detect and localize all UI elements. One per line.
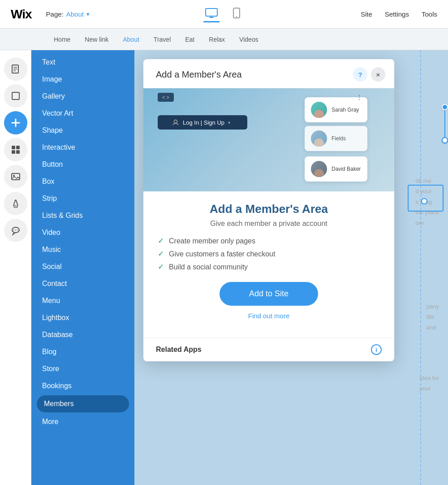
wix-logo: Wix: [11, 7, 32, 22]
modal-body: Add a Member's Area Give each member a p…: [143, 191, 394, 338]
device-switcher: [203, 6, 245, 22]
nav-travel[interactable]: Travel: [154, 36, 171, 43]
svg-point-23: [174, 120, 177, 123]
chevron-down-icon[interactable]: ▾: [86, 11, 90, 17]
modal-help-button[interactable]: ?: [353, 67, 367, 82]
nav-eat[interactable]: Eat: [185, 36, 194, 43]
menu-item-strip[interactable]: Strip: [31, 190, 134, 207]
chat-icon-button[interactable]: [4, 219, 27, 242]
menu-item-social[interactable]: Social: [31, 258, 134, 275]
desktop-device-button[interactable]: [203, 6, 220, 22]
preview-login-bar: Log In | Sign Up ▾: [158, 115, 247, 130]
menu-item-box[interactable]: Box: [31, 173, 134, 190]
nav-relax[interactable]: Relax: [209, 36, 225, 43]
svg-rect-12: [12, 146, 15, 149]
feature-text-3: Build a social community: [169, 263, 248, 271]
preview-arrows: < >: [158, 93, 174, 102]
add-to-site-button[interactable]: Add to Site: [220, 282, 318, 306]
members-area-modal: Add a Member's Area ? × < >: [143, 59, 394, 361]
svg-point-22: [17, 230, 18, 230]
menu-item-members[interactable]: Members: [37, 395, 129, 412]
right-panel-handle: [442, 104, 448, 143]
sidebar-icons: [0, 50, 31, 485]
svg-rect-14: [12, 150, 15, 154]
apps-icon-button[interactable]: [4, 138, 27, 161]
main-area: Text Image Gallery Vector Art Shape Inte…: [0, 50, 448, 485]
avatar-fields: [311, 130, 327, 147]
nav-videos[interactable]: Videos: [239, 36, 258, 43]
add-icon-button[interactable]: [4, 111, 27, 134]
shapes-icon-button[interactable]: [4, 84, 27, 108]
pen-icon-button[interactable]: [4, 192, 27, 215]
feature-item-1: ✓ Create member only pages: [158, 237, 380, 245]
menu-item-menu[interactable]: Menu: [31, 292, 134, 309]
canvas-border-line: [420, 50, 421, 485]
avatar-david: [311, 161, 327, 177]
modal-header-buttons: ? ×: [353, 67, 385, 82]
page-label: Page:: [46, 10, 64, 18]
modal-preview: < > Log In | Sign Up ▾ ⋮: [143, 88, 394, 191]
media-icon-button[interactable]: [4, 165, 27, 188]
menu-item-button[interactable]: Button: [31, 156, 134, 173]
site-navigation: Home New link About Travel Eat Relax Vid…: [0, 29, 448, 50]
login-text: Log In | Sign Up: [183, 119, 224, 126]
modal-header: Add a Member's Area ? ×: [143, 59, 394, 88]
topbar-right-nav: Site Settings Tools: [361, 10, 437, 18]
menu-item-text[interactable]: Text: [31, 54, 134, 71]
menu-item-gallery[interactable]: Gallery: [31, 88, 134, 105]
svg-rect-9: [12, 92, 19, 100]
svg-rect-15: [16, 150, 20, 154]
nav-home[interactable]: Home: [54, 36, 70, 43]
svg-point-21: [13, 230, 14, 230]
modal-title: Add a Member's Area: [156, 69, 242, 80]
modal-body-title: Add a Member's Area: [158, 202, 380, 216]
feature-list: ✓ Create member only pages ✓ Give custom…: [158, 237, 380, 271]
find-out-more-link[interactable]: Find out more: [158, 312, 380, 320]
handle-bottom-dot[interactable]: [442, 137, 448, 143]
member-name-fields: Fields: [332, 135, 346, 142]
canvas-handle-circle[interactable]: [421, 198, 427, 204]
svg-point-18: [14, 206, 17, 208]
check-icon-3: ✓: [158, 263, 164, 271]
menu-item-database[interactable]: Database: [31, 326, 134, 343]
page-name: About: [66, 10, 84, 18]
canvas-text-2: pany ttle and: [426, 301, 439, 333]
nav-new-link[interactable]: New link: [85, 36, 108, 43]
menu-item-blog[interactable]: Blog: [31, 343, 134, 360]
preview-member-cards: ⋮ Sarah Gray Fields: [305, 97, 367, 182]
menu-item-store[interactable]: Store: [31, 360, 134, 377]
modal-footer: Related Apps i: [143, 338, 394, 361]
modal-close-button[interactable]: ×: [371, 67, 385, 82]
menu-item-contact[interactable]: Contact: [31, 275, 134, 292]
menu-item-bookings[interactable]: Bookings: [31, 377, 134, 394]
check-icon-1: ✓: [158, 237, 164, 245]
login-arrow-icon: ▾: [228, 120, 230, 125]
tools-nav-link[interactable]: Tools: [422, 10, 437, 18]
handle-top-dot[interactable]: [442, 104, 448, 110]
member-card-sarah: Sarah Gray: [305, 97, 367, 122]
info-icon-button[interactable]: i: [371, 344, 382, 355]
menu-item-shape[interactable]: Shape: [31, 122, 134, 139]
modal-body-subtitle: Give each member a private account: [158, 220, 380, 228]
nav-about[interactable]: About: [123, 36, 139, 43]
svg-rect-0: [206, 9, 217, 16]
menu-item-more[interactable]: More: [31, 413, 134, 430]
menu-item-image[interactable]: Image: [31, 71, 134, 88]
menu-item-vector-art[interactable]: Vector Art: [31, 105, 134, 122]
menu-item-lists-grids[interactable]: Lists & Grids: [31, 207, 134, 224]
add-elements-menu: Text Image Gallery Vector Art Shape Inte…: [31, 50, 134, 485]
svg-point-20: [15, 230, 16, 230]
feature-text-1: Create member only pages: [169, 237, 255, 245]
menu-item-lightbox[interactable]: Lightbox: [31, 309, 134, 326]
related-apps-label: Related Apps: [156, 346, 202, 354]
mobile-device-button[interactable]: [228, 6, 245, 22]
pages-icon-button[interactable]: [4, 57, 27, 81]
page-selector[interactable]: Page: About ▾: [46, 10, 90, 18]
avatar-sarah: [311, 102, 327, 118]
menu-item-music[interactable]: Music: [31, 241, 134, 258]
site-nav-link[interactable]: Site: [361, 10, 372, 18]
settings-nav-link[interactable]: Settings: [385, 10, 409, 18]
member-name-david: David Baker: [332, 166, 361, 172]
menu-item-video[interactable]: Video: [31, 224, 134, 241]
menu-item-interactive[interactable]: Interactive: [31, 139, 134, 156]
